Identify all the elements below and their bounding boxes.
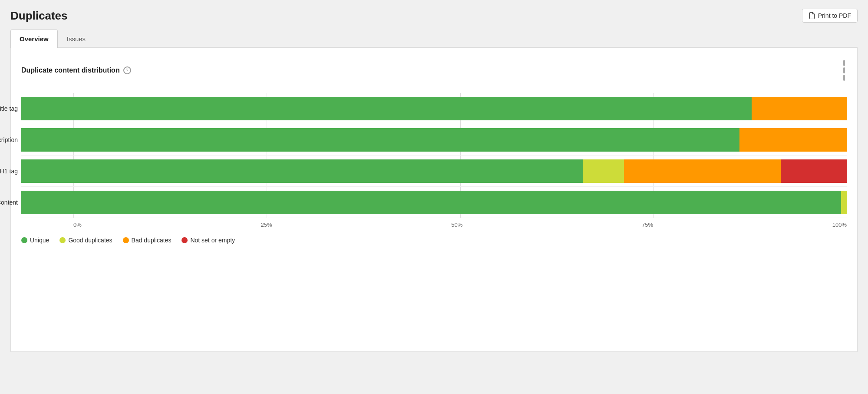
- legend-dot-good-duplicates: [59, 237, 66, 243]
- bar-label-content: Content: [0, 199, 18, 206]
- bar-track-title-tag: [21, 97, 847, 120]
- legend-label-bad-duplicates: Bad duplicates: [132, 237, 172, 244]
- legend-item-unique: Unique: [21, 237, 49, 244]
- bars-container: Title tag Description: [21, 93, 847, 218]
- tab-overview[interactable]: Overview: [10, 30, 58, 48]
- bar-label-h1-tag: H1 tag: [0, 168, 18, 175]
- bar-row-h1-tag: H1 tag: [21, 156, 847, 187]
- chart-section: Duplicate content distribution ?: [21, 58, 847, 244]
- x-axis-100: 100%: [832, 222, 847, 228]
- content-area: Duplicate content distribution ?: [10, 48, 858, 352]
- gridline-100: [847, 93, 847, 218]
- legend-label-good-duplicates: Good duplicates: [68, 237, 112, 244]
- seg-green-h1-tag: [21, 159, 583, 183]
- help-icon-label: ?: [126, 68, 129, 73]
- x-axis-25: 25%: [261, 222, 272, 228]
- chart-menu-button[interactable]: [842, 58, 847, 83]
- bar-label-title-tag: Title tag: [0, 105, 18, 112]
- legend-item-not-set-or-empty: Not set or empty: [182, 237, 235, 244]
- bar-track-description: [21, 128, 847, 152]
- x-axis: 0% 25% 50% 75% 100%: [73, 218, 847, 228]
- tab-issues[interactable]: Issues: [58, 30, 95, 48]
- help-icon[interactable]: ?: [123, 66, 131, 74]
- legend-item-bad-duplicates: Bad duplicates: [123, 237, 172, 244]
- legend-dot-bad-duplicates: [123, 237, 129, 243]
- seg-orange-title-tag: [752, 97, 847, 120]
- chart-title-row: Duplicate content distribution ?: [21, 66, 131, 74]
- print-to-pdf-button[interactable]: Print to PDF: [802, 9, 858, 23]
- document-icon: [809, 12, 815, 19]
- tabs-bar: Overview Issues: [10, 30, 858, 48]
- chart-inner-wrapper: Title tag Description: [21, 93, 847, 228]
- legend-label-not-set-or-empty: Not set or empty: [190, 237, 235, 244]
- seg-green-title-tag: [21, 97, 752, 120]
- seg-orange-description: [739, 128, 847, 152]
- bar-row-content: Content: [21, 187, 847, 218]
- seg-yellow-h1-tag: [583, 159, 624, 183]
- x-axis-0: 0%: [73, 222, 82, 228]
- page-title: Duplicates: [10, 9, 68, 23]
- page-wrapper: Duplicates Print to PDF Overview Issues …: [0, 0, 868, 394]
- bar-track-h1-tag: [21, 159, 847, 183]
- seg-green-description: [21, 128, 739, 152]
- legend-dot-unique: [21, 237, 27, 243]
- page-header: Duplicates Print to PDF: [10, 9, 858, 23]
- chart-title: Duplicate content distribution: [21, 66, 120, 74]
- legend-item-good-duplicates: Good duplicates: [59, 237, 112, 244]
- seg-red-h1-tag: [781, 159, 847, 183]
- bar-row-description: Description: [21, 124, 847, 156]
- seg-green-content: [21, 191, 841, 214]
- x-axis-50: 50%: [451, 222, 462, 228]
- bar-chart: Title tag Description: [21, 93, 847, 244]
- seg-orange-h1-tag: [624, 159, 781, 183]
- bar-row-title-tag: Title tag: [21, 93, 847, 124]
- print-button-label: Print to PDF: [818, 12, 851, 19]
- bar-track-content: [21, 191, 847, 214]
- seg-yellow-content: [841, 191, 847, 214]
- legend-label-unique: Unique: [30, 237, 49, 244]
- legend-dot-not-set-or-empty: [182, 237, 188, 243]
- bar-label-description: Description: [0, 136, 18, 143]
- chart-legend: Unique Good duplicates Bad duplicates No…: [21, 237, 847, 244]
- x-axis-75: 75%: [642, 222, 653, 228]
- chart-header: Duplicate content distribution ?: [21, 58, 847, 83]
